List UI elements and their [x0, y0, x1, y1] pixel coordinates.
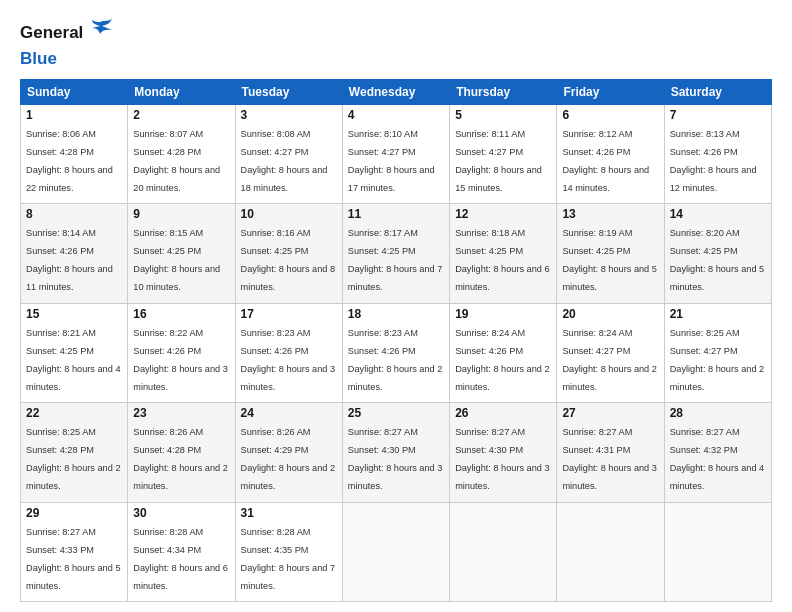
day-number: 3	[241, 108, 337, 122]
calendar-row-5: 29Sunrise: 8:27 AMSunset: 4:33 PMDayligh…	[21, 502, 772, 601]
empty-cell	[342, 502, 449, 601]
day-info: Sunrise: 8:06 AMSunset: 4:28 PMDaylight:…	[26, 129, 113, 193]
calendar-day-14: 14Sunrise: 8:20 AMSunset: 4:25 PMDayligh…	[664, 204, 771, 303]
day-number: 27	[562, 406, 658, 420]
day-info: Sunrise: 8:13 AMSunset: 4:26 PMDaylight:…	[670, 129, 757, 193]
day-number: 18	[348, 307, 444, 321]
col-header-saturday: Saturday	[664, 80, 771, 105]
calendar-day-23: 23Sunrise: 8:26 AMSunset: 4:28 PMDayligh…	[128, 403, 235, 502]
day-number: 6	[562, 108, 658, 122]
day-number: 29	[26, 506, 122, 520]
logo-blue: Blue	[20, 49, 57, 68]
day-info: Sunrise: 8:25 AMSunset: 4:28 PMDaylight:…	[26, 427, 121, 491]
calendar-day-22: 22Sunrise: 8:25 AMSunset: 4:28 PMDayligh…	[21, 403, 128, 502]
day-number: 17	[241, 307, 337, 321]
calendar-day-7: 7Sunrise: 8:13 AMSunset: 4:26 PMDaylight…	[664, 105, 771, 204]
calendar-day-24: 24Sunrise: 8:26 AMSunset: 4:29 PMDayligh…	[235, 403, 342, 502]
day-info: Sunrise: 8:28 AMSunset: 4:34 PMDaylight:…	[133, 527, 228, 591]
day-info: Sunrise: 8:26 AMSunset: 4:28 PMDaylight:…	[133, 427, 228, 491]
day-info: Sunrise: 8:19 AMSunset: 4:25 PMDaylight:…	[562, 228, 657, 292]
calendar-day-3: 3Sunrise: 8:08 AMSunset: 4:27 PMDaylight…	[235, 105, 342, 204]
day-number: 26	[455, 406, 551, 420]
day-info: Sunrise: 8:07 AMSunset: 4:28 PMDaylight:…	[133, 129, 220, 193]
day-number: 22	[26, 406, 122, 420]
day-number: 12	[455, 207, 551, 221]
day-number: 23	[133, 406, 229, 420]
day-info: Sunrise: 8:22 AMSunset: 4:26 PMDaylight:…	[133, 328, 228, 392]
day-number: 4	[348, 108, 444, 122]
calendar-day-30: 30Sunrise: 8:28 AMSunset: 4:34 PMDayligh…	[128, 502, 235, 601]
day-number: 24	[241, 406, 337, 420]
calendar-day-6: 6Sunrise: 8:12 AMSunset: 4:26 PMDaylight…	[557, 105, 664, 204]
day-info: Sunrise: 8:21 AMSunset: 4:25 PMDaylight:…	[26, 328, 121, 392]
day-info: Sunrise: 8:14 AMSunset: 4:26 PMDaylight:…	[26, 228, 113, 292]
day-number: 16	[133, 307, 229, 321]
calendar-day-15: 15Sunrise: 8:21 AMSunset: 4:25 PMDayligh…	[21, 303, 128, 402]
day-info: Sunrise: 8:27 AMSunset: 4:33 PMDaylight:…	[26, 527, 121, 591]
logo: General Blue	[20, 16, 114, 69]
calendar-day-11: 11Sunrise: 8:17 AMSunset: 4:25 PMDayligh…	[342, 204, 449, 303]
calendar-row-4: 22Sunrise: 8:25 AMSunset: 4:28 PMDayligh…	[21, 403, 772, 502]
day-number: 30	[133, 506, 229, 520]
empty-cell	[664, 502, 771, 601]
day-number: 31	[241, 506, 337, 520]
calendar-day-28: 28Sunrise: 8:27 AMSunset: 4:32 PMDayligh…	[664, 403, 771, 502]
calendar-day-4: 4Sunrise: 8:10 AMSunset: 4:27 PMDaylight…	[342, 105, 449, 204]
day-info: Sunrise: 8:17 AMSunset: 4:25 PMDaylight:…	[348, 228, 443, 292]
day-number: 2	[133, 108, 229, 122]
calendar-day-12: 12Sunrise: 8:18 AMSunset: 4:25 PMDayligh…	[450, 204, 557, 303]
day-info: Sunrise: 8:24 AMSunset: 4:26 PMDaylight:…	[455, 328, 550, 392]
day-info: Sunrise: 8:10 AMSunset: 4:27 PMDaylight:…	[348, 129, 435, 193]
day-number: 7	[670, 108, 766, 122]
empty-cell	[450, 502, 557, 601]
logo-bird-icon	[86, 16, 114, 49]
calendar-day-26: 26Sunrise: 8:27 AMSunset: 4:30 PMDayligh…	[450, 403, 557, 502]
col-header-friday: Friday	[557, 80, 664, 105]
calendar-day-19: 19Sunrise: 8:24 AMSunset: 4:26 PMDayligh…	[450, 303, 557, 402]
day-info: Sunrise: 8:11 AMSunset: 4:27 PMDaylight:…	[455, 129, 542, 193]
calendar-page: General Blue SundayMondayTuesdayWednesda…	[0, 0, 792, 612]
day-number: 5	[455, 108, 551, 122]
col-header-tuesday: Tuesday	[235, 80, 342, 105]
calendar-day-2: 2Sunrise: 8:07 AMSunset: 4:28 PMDaylight…	[128, 105, 235, 204]
calendar-row-3: 15Sunrise: 8:21 AMSunset: 4:25 PMDayligh…	[21, 303, 772, 402]
day-info: Sunrise: 8:27 AMSunset: 4:30 PMDaylight:…	[455, 427, 550, 491]
day-number: 25	[348, 406, 444, 420]
day-number: 10	[241, 207, 337, 221]
calendar-day-18: 18Sunrise: 8:23 AMSunset: 4:26 PMDayligh…	[342, 303, 449, 402]
day-info: Sunrise: 8:27 AMSunset: 4:32 PMDaylight:…	[670, 427, 765, 491]
calendar-day-1: 1Sunrise: 8:06 AMSunset: 4:28 PMDaylight…	[21, 105, 128, 204]
day-info: Sunrise: 8:08 AMSunset: 4:27 PMDaylight:…	[241, 129, 328, 193]
day-number: 21	[670, 307, 766, 321]
day-number: 1	[26, 108, 122, 122]
day-info: Sunrise: 8:26 AMSunset: 4:29 PMDaylight:…	[241, 427, 336, 491]
day-number: 19	[455, 307, 551, 321]
calendar-row-2: 8Sunrise: 8:14 AMSunset: 4:26 PMDaylight…	[21, 204, 772, 303]
col-header-wednesday: Wednesday	[342, 80, 449, 105]
calendar-day-16: 16Sunrise: 8:22 AMSunset: 4:26 PMDayligh…	[128, 303, 235, 402]
day-info: Sunrise: 8:16 AMSunset: 4:25 PMDaylight:…	[241, 228, 336, 292]
day-info: Sunrise: 8:23 AMSunset: 4:26 PMDaylight:…	[348, 328, 443, 392]
header: General Blue	[20, 16, 772, 69]
empty-cell	[557, 502, 664, 601]
calendar-day-27: 27Sunrise: 8:27 AMSunset: 4:31 PMDayligh…	[557, 403, 664, 502]
day-info: Sunrise: 8:18 AMSunset: 4:25 PMDaylight:…	[455, 228, 550, 292]
col-header-sunday: Sunday	[21, 80, 128, 105]
calendar-day-20: 20Sunrise: 8:24 AMSunset: 4:27 PMDayligh…	[557, 303, 664, 402]
day-number: 8	[26, 207, 122, 221]
logo-general: General	[20, 23, 83, 43]
day-number: 14	[670, 207, 766, 221]
calendar-day-21: 21Sunrise: 8:25 AMSunset: 4:27 PMDayligh…	[664, 303, 771, 402]
day-info: Sunrise: 8:28 AMSunset: 4:35 PMDaylight:…	[241, 527, 336, 591]
day-info: Sunrise: 8:15 AMSunset: 4:25 PMDaylight:…	[133, 228, 220, 292]
day-info: Sunrise: 8:12 AMSunset: 4:26 PMDaylight:…	[562, 129, 649, 193]
calendar-day-10: 10Sunrise: 8:16 AMSunset: 4:25 PMDayligh…	[235, 204, 342, 303]
calendar-row-1: 1Sunrise: 8:06 AMSunset: 4:28 PMDaylight…	[21, 105, 772, 204]
day-number: 28	[670, 406, 766, 420]
col-header-monday: Monday	[128, 80, 235, 105]
calendar-header-row: SundayMondayTuesdayWednesdayThursdayFrid…	[21, 80, 772, 105]
calendar-day-9: 9Sunrise: 8:15 AMSunset: 4:25 PMDaylight…	[128, 204, 235, 303]
day-info: Sunrise: 8:23 AMSunset: 4:26 PMDaylight:…	[241, 328, 336, 392]
calendar-day-8: 8Sunrise: 8:14 AMSunset: 4:26 PMDaylight…	[21, 204, 128, 303]
col-header-thursday: Thursday	[450, 80, 557, 105]
